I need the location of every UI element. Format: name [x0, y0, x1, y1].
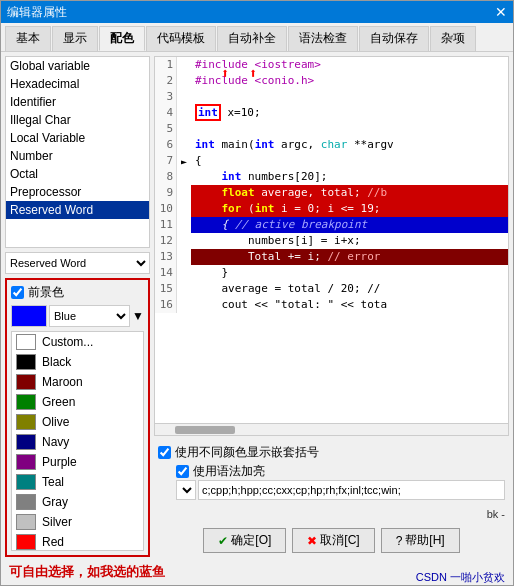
ext-row: ▼	[176, 480, 505, 500]
bottom-footer: 可自由选择，如我选的蓝鱼 CSDN 一啪小贫欢	[1, 561, 513, 585]
ext-dropdown[interactable]: ▼	[176, 480, 196, 500]
color-item-black[interactable]: Black	[12, 352, 143, 372]
code-line: 4 int x=10;	[155, 105, 508, 121]
tab-display[interactable]: 显示	[52, 26, 98, 51]
tab-misc[interactable]: 杂项	[430, 26, 476, 51]
code-line: 11 ► { // active breakpoint	[155, 217, 508, 233]
help-label: 帮助[H]	[405, 532, 444, 549]
cancel-label: 取消[C]	[320, 532, 359, 549]
color-name: Teal	[42, 475, 64, 489]
code-line: 15 average = total / 20; //	[155, 281, 508, 297]
bottom-credit: CSDN 一啪小贫欢	[416, 570, 513, 585]
list-item[interactable]: Octal	[6, 165, 149, 183]
left-panel: Global variable Hexadecimal Identifier I…	[5, 56, 150, 557]
color-item-red[interactable]: Red	[12, 532, 143, 551]
right-panel: 1 #include <iostream> 2 #include <conio.…	[154, 56, 509, 557]
code-line: 14 }	[155, 265, 508, 281]
code-line: 1 #include <iostream>	[155, 57, 508, 73]
ok-label: 确定[O]	[231, 532, 271, 549]
syntax-list[interactable]: Global variable Hexadecimal Identifier I…	[5, 56, 150, 248]
option1-row: 使用不同颜色显示嵌套括号	[158, 444, 505, 461]
code-area[interactable]: 1 #include <iostream> 2 #include <conio.…	[155, 57, 508, 423]
color-name: Custom...	[42, 335, 93, 349]
code-line: 16 cout << "total: " << tota	[155, 297, 508, 313]
list-item-reserved[interactable]: Reserved Word	[6, 201, 149, 219]
code-line: 10 for (int i = 0; i <= 19;	[155, 201, 508, 217]
color-name: Silver	[42, 515, 72, 529]
color-name: Green	[42, 395, 75, 409]
color-item-custom[interactable]: Custom...	[12, 332, 143, 352]
color-name: Purple	[42, 455, 77, 469]
color-preview	[11, 305, 47, 327]
question-icon: ?	[396, 534, 403, 548]
title-bar: 编辑器属性 ✕	[1, 1, 513, 23]
fg-checkbox[interactable]	[11, 286, 24, 299]
color-name: Red	[42, 535, 64, 549]
color-name: Maroon	[42, 375, 83, 389]
color-select[interactable]: Blue	[49, 305, 130, 327]
list-item[interactable]: Number	[6, 147, 149, 165]
tab-color[interactable]: 配色	[99, 26, 145, 51]
code-editor: 1 #include <iostream> 2 #include <conio.…	[154, 56, 509, 436]
tab-autocomplete[interactable]: 自动补全	[217, 26, 287, 51]
color-name: Navy	[42, 435, 69, 449]
code-line: 5	[155, 121, 508, 137]
tab-autosave[interactable]: 自动保存	[359, 26, 429, 51]
ok-button[interactable]: ✔ 确定[O]	[203, 528, 286, 553]
option2-checkbox[interactable]	[176, 465, 189, 478]
help-button[interactable]: ? 帮助[H]	[381, 528, 460, 553]
color-item-teal[interactable]: Teal	[12, 472, 143, 492]
list-item[interactable]: Local Variable	[6, 129, 149, 147]
tab-basic[interactable]: 基本	[5, 26, 51, 51]
tab-template[interactable]: 代码模板	[146, 26, 216, 51]
color-item-purple[interactable]: Purple	[12, 452, 143, 472]
list-item[interactable]: Global variable	[6, 57, 149, 75]
int-keyword: int	[195, 104, 221, 121]
tab-syntax-check[interactable]: 语法检查	[288, 26, 358, 51]
color-item-gray[interactable]: Gray	[12, 492, 143, 512]
code-line: 7 ► {	[155, 153, 508, 169]
color-item-green[interactable]: Green	[12, 392, 143, 412]
color-name: Black	[42, 355, 71, 369]
content-area: Global variable Hexadecimal Identifier I…	[1, 52, 513, 561]
checkmark-icon: ✔	[218, 534, 228, 548]
syntax-dropdown[interactable]: Reserved Word	[5, 252, 150, 274]
color-item-olive[interactable]: Olive	[12, 412, 143, 432]
color-name: Gray	[42, 495, 68, 509]
color-item-maroon[interactable]: Maroon	[12, 372, 143, 392]
code-line: 13 Total += i; // error	[155, 249, 508, 265]
list-item[interactable]: Identifier	[6, 93, 149, 111]
dropdown-arrow-icon[interactable]: ▼	[132, 309, 144, 323]
close-button[interactable]: ✕	[495, 4, 507, 20]
fg-label: 前景色	[28, 284, 64, 301]
color-section: 前景色 Blue ▼ Custom...	[5, 278, 150, 557]
cross-icon: ✖	[307, 534, 317, 548]
list-item[interactable]: Illegal Char	[6, 111, 149, 129]
bk-label: bk -	[487, 508, 505, 520]
option2-row: 使用语法加亮	[176, 463, 505, 480]
code-line: 9 float average, total; //b	[155, 185, 508, 201]
buttons-row: ✔ 确定[O] ✖ 取消[C] ? 帮助[H]	[154, 524, 509, 557]
fg-checkbox-row: 前景色	[11, 284, 144, 301]
code-line: 12 numbers[i] = i+x;	[155, 233, 508, 249]
color-dropdown-row: Blue ▼	[11, 305, 144, 327]
tabs-row: 基本 显示 配色 代码模板 自动补全 语法检查 自动保存 杂项	[1, 23, 513, 52]
code-line: 8 int numbers[20];	[155, 169, 508, 185]
editor-scrollbar[interactable]	[155, 423, 508, 435]
window-title: 编辑器属性	[7, 4, 67, 21]
cancel-button[interactable]: ✖ 取消[C]	[292, 528, 374, 553]
option1-label: 使用不同颜色显示嵌套括号	[175, 444, 319, 461]
list-dropdown-row: Reserved Word	[5, 252, 150, 274]
code-line: 6 int main(int argc, char **argv	[155, 137, 508, 153]
bottom-note: 可自由选择，如我选的蓝鱼	[1, 561, 173, 585]
color-item-navy[interactable]: Navy	[12, 432, 143, 452]
color-list[interactable]: Custom... Black Maroon Green	[11, 331, 144, 551]
color-item-silver[interactable]: Silver	[12, 512, 143, 532]
code-line: 3	[155, 89, 508, 105]
ext-input[interactable]	[198, 480, 505, 500]
list-item[interactable]: Preprocessor	[6, 183, 149, 201]
option1-checkbox[interactable]	[158, 446, 171, 459]
list-item[interactable]: Hexadecimal	[6, 75, 149, 93]
code-line: 2 #include <conio.h> ⬆ ⬆	[155, 73, 508, 89]
main-window: 编辑器属性 ✕ 基本 显示 配色 代码模板 自动补全 语法检查 自动保存 杂项 …	[0, 0, 514, 586]
